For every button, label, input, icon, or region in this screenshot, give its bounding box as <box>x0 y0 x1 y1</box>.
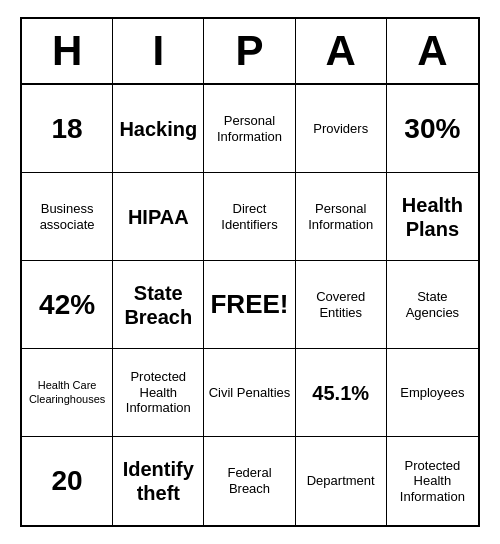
cell-text-r2-c1: State Breach <box>116 281 200 329</box>
header-row: HIPAA <box>22 19 478 85</box>
cell-text-r1-c4: Health Plans <box>390 193 475 241</box>
cell-text-r3-c1: Protected Health Information <box>116 369 200 416</box>
cell-text-r4-c4: Protected Health Information <box>390 458 475 505</box>
cell-r4-c3: Department <box>296 437 387 525</box>
cell-text-r1-c1: HIPAA <box>128 205 189 229</box>
cell-r1-c1: HIPAA <box>113 173 204 261</box>
cell-r0-c0: 18 <box>22 85 113 173</box>
cell-text-r1-c2: Direct Identifiers <box>207 201 291 232</box>
cell-r1-c3: Personal Information <box>296 173 387 261</box>
cell-text-r4-c1: Identify theft <box>116 457 200 505</box>
bingo-grid: 18HackingPersonal InformationProviders30… <box>22 85 478 525</box>
cell-r3-c0: Health Care Clearinghouses <box>22 349 113 437</box>
cell-text-r2-c2: FREE! <box>210 289 288 320</box>
cell-text-r2-c4: State Agencies <box>390 289 475 320</box>
cell-text-r4-c0: 20 <box>52 464 83 498</box>
cell-text-r0-c4: 30% <box>404 112 460 146</box>
cell-r0-c3: Providers <box>296 85 387 173</box>
cell-r1-c2: Direct Identifiers <box>204 173 295 261</box>
cell-text-r3-c3: 45.1% <box>312 381 369 405</box>
cell-text-r0-c0: 18 <box>52 112 83 146</box>
header-cell-I-1: I <box>113 19 204 83</box>
cell-text-r4-c3: Department <box>307 473 375 489</box>
cell-text-r3-c0: Health Care Clearinghouses <box>25 379 109 405</box>
cell-r2-c2: FREE! <box>204 261 295 349</box>
cell-text-r4-c2: Federal Breach <box>207 465 291 496</box>
cell-r2-c4: State Agencies <box>387 261 478 349</box>
header-cell-A-4: A <box>387 19 478 83</box>
header-cell-H-0: H <box>22 19 113 83</box>
cell-r1-c0: Business associate <box>22 173 113 261</box>
cell-text-r2-c0: 42% <box>39 288 95 322</box>
cell-r4-c0: 20 <box>22 437 113 525</box>
cell-r0-c4: 30% <box>387 85 478 173</box>
cell-text-r0-c2: Personal Information <box>207 113 291 144</box>
cell-r4-c4: Protected Health Information <box>387 437 478 525</box>
cell-r3-c2: Civil Penalties <box>204 349 295 437</box>
cell-r1-c4: Health Plans <box>387 173 478 261</box>
cell-text-r3-c4: Employees <box>400 385 464 401</box>
cell-text-r1-c0: Business associate <box>25 201 109 232</box>
cell-text-r2-c3: Covered Entities <box>299 289 383 320</box>
header-cell-P-2: P <box>204 19 295 83</box>
cell-text-r3-c2: Civil Penalties <box>209 385 291 401</box>
cell-text-r0-c3: Providers <box>313 121 368 137</box>
bingo-card: HIPAA 18HackingPersonal InformationProvi… <box>20 17 480 527</box>
cell-r4-c2: Federal Breach <box>204 437 295 525</box>
cell-r0-c2: Personal Information <box>204 85 295 173</box>
cell-r3-c4: Employees <box>387 349 478 437</box>
header-cell-A-3: A <box>296 19 387 83</box>
cell-r4-c1: Identify theft <box>113 437 204 525</box>
cell-r2-c0: 42% <box>22 261 113 349</box>
cell-r3-c1: Protected Health Information <box>113 349 204 437</box>
cell-r3-c3: 45.1% <box>296 349 387 437</box>
cell-text-r1-c3: Personal Information <box>299 201 383 232</box>
cell-r2-c1: State Breach <box>113 261 204 349</box>
cell-text-r0-c1: Hacking <box>119 117 197 141</box>
cell-r2-c3: Covered Entities <box>296 261 387 349</box>
cell-r0-c1: Hacking <box>113 85 204 173</box>
